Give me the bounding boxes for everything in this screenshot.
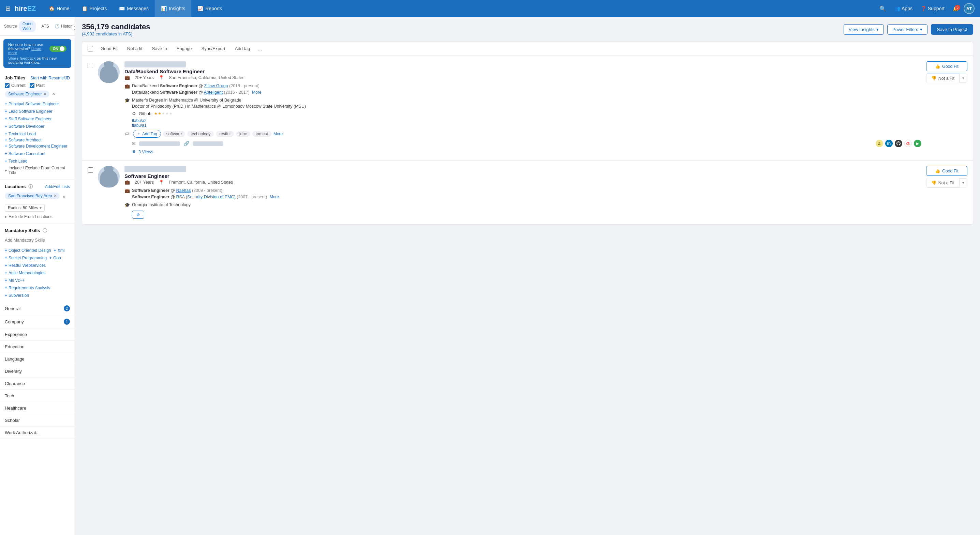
power-filters-button[interactable]: Power Filters ▾ xyxy=(887,24,928,35)
share-feedback-link[interactable]: Share feedback xyxy=(8,56,36,60)
toggle-switch[interactable]: ON xyxy=(49,46,67,52)
remove-location-icon[interactable]: ✕ xyxy=(54,194,57,198)
nav-projects[interactable]: 📋 Projects xyxy=(76,0,113,17)
filter-diversity[interactable]: Diversity xyxy=(0,365,75,378)
filter-company[interactable]: Company 1 xyxy=(0,315,75,329)
suggestion-technical-lead[interactable]: Technical Lead xyxy=(5,132,36,136)
toolbar-sync-export[interactable]: Sync/Export xyxy=(199,45,228,52)
suggestion-developer[interactable]: Software Developer xyxy=(5,124,45,129)
apps-button[interactable]: 👥 Apps xyxy=(892,6,915,11)
start-resume-link[interactable]: Start with Resume/JD xyxy=(30,76,70,80)
close-tag-icon[interactable]: ✕ xyxy=(52,91,56,97)
filter-work-auth[interactable]: Work Authorizat... xyxy=(0,427,75,439)
suggestion-architect[interactable]: Software Architect xyxy=(5,138,70,143)
past-checkbox[interactable]: Past xyxy=(30,83,45,88)
search-button[interactable]: 🔍 xyxy=(877,2,889,15)
nav-messages[interactable]: ✉️ Messages xyxy=(113,0,155,17)
location-tag[interactable]: San Francisco Bay Area ✕ xyxy=(5,192,60,199)
good-fit-button-1[interactable]: 👍 Good Fit xyxy=(926,61,967,71)
suggestion-staff[interactable]: Staff Software Engineer xyxy=(5,116,52,121)
skills-row-2: Socket Programming Oop xyxy=(5,256,70,260)
skill-socket[interactable]: Socket Programming xyxy=(5,256,47,260)
add-edit-lists-link[interactable]: Add/Edit Lists xyxy=(45,184,70,189)
remove-location-x[interactable]: ✕ xyxy=(62,195,66,200)
views-row-1[interactable]: 👁 3 Views xyxy=(124,149,921,154)
include-exclude-link[interactable]: Include / Exclude From Current Title xyxy=(5,166,70,175)
work-more-link-2[interactable]: More xyxy=(270,195,279,199)
toolbar-add-tag[interactable]: Add tag xyxy=(233,45,252,52)
candidates-ats[interactable]: (4,902 candidates in ATS) xyxy=(82,31,150,37)
toolbar-engage[interactable]: Engage xyxy=(175,45,194,52)
not-fit-dropdown-2[interactable]: ▾ xyxy=(959,178,967,187)
toolbar-good-fit[interactable]: Good Fit xyxy=(99,45,120,52)
candidate-checkbox-1[interactable] xyxy=(88,63,93,68)
linkedin-icon[interactable]: in xyxy=(885,140,893,147)
link-icon[interactable]: 🔗 xyxy=(183,141,189,146)
add-tag-button-1[interactable]: ＋ Add Tag xyxy=(133,130,161,138)
filter-clearance[interactable]: Clearance xyxy=(0,378,75,390)
filter-language[interactable]: Language xyxy=(0,353,75,365)
filter-healthcare[interactable]: Healthcare xyxy=(0,402,75,414)
nav-home[interactable]: 🏠 Home xyxy=(43,0,75,17)
skill-msvc[interactable]: Ms Vc++ xyxy=(5,278,25,283)
select-all-checkbox[interactable] xyxy=(88,46,93,51)
filter-experience[interactable]: Experience xyxy=(0,329,75,341)
suggestion-tech-lead[interactable]: Tech Lead xyxy=(5,159,27,164)
skill-req-analysis[interactable]: Requirements Analysis xyxy=(5,286,50,291)
filter-education[interactable]: Education xyxy=(0,341,75,353)
radius-dropdown[interactable]: Radius: 50 Miles ▾ xyxy=(5,204,45,212)
skill-subversion[interactable]: Subversion xyxy=(5,293,29,298)
source-tab-open-web[interactable]: Open Web xyxy=(19,21,36,32)
work-more-link-1[interactable]: More xyxy=(252,90,261,95)
support-button[interactable]: ❓ Support xyxy=(918,6,947,11)
candidate-2-bottom-btn[interactable]: ⊕ xyxy=(132,211,144,219)
filter-tech[interactable]: Tech xyxy=(0,390,75,402)
active-job-title-tag[interactable]: Software Engineer ✕ xyxy=(5,90,49,97)
suggestion-dev-engineer[interactable]: Software Development Engineer xyxy=(5,144,70,149)
messages-icon: ✉️ xyxy=(119,6,125,11)
zealous-icon[interactable]: Z xyxy=(876,140,883,147)
github-icon: ⚙ xyxy=(132,111,136,116)
filter-scholar[interactable]: Scholar xyxy=(0,414,75,427)
candidate-title-2[interactable]: Software Engineer xyxy=(124,173,921,179)
nav-reports[interactable]: 📈 Reports xyxy=(191,0,228,17)
skill-oop[interactable]: Oop xyxy=(49,256,61,260)
google-icon[interactable]: G xyxy=(904,140,912,147)
candidate-checkbox-2[interactable] xyxy=(88,167,93,173)
mandatory-skills-input[interactable] xyxy=(5,237,70,244)
not-fit-button-1[interactable]: 👎 Not a Fit xyxy=(926,73,959,83)
tags-more-link[interactable]: More xyxy=(274,132,283,136)
not-fit-button-2[interactable]: 👎 Not a Fit xyxy=(926,178,959,188)
toolbar-not-fit[interactable]: Not a fit xyxy=(125,45,145,52)
chevron-down-icon: ▾ xyxy=(920,27,923,32)
current-checkbox[interactable]: Current xyxy=(5,83,25,88)
good-fit-button-2[interactable]: 👍 Good Fit xyxy=(926,166,967,176)
filter-general[interactable]: General 2 xyxy=(0,302,75,315)
user-avatar[interactable]: AT xyxy=(964,3,975,14)
github-social-icon[interactable] xyxy=(895,140,902,147)
toolbar-more[interactable]: ... xyxy=(258,46,262,52)
suggestion-lead[interactable]: Lead Software Engineer xyxy=(5,109,52,114)
remove-tag-icon[interactable]: ✕ xyxy=(43,92,47,97)
save-to-project-button[interactable]: Save to Project xyxy=(931,24,973,35)
tags-row-1: 🏷 ＋ Add Tag software technology restful … xyxy=(124,130,921,138)
notifications-button[interactable]: 🔔 5 xyxy=(950,6,961,11)
suggestion-principal[interactable]: Principal Software Engineer xyxy=(5,102,70,106)
skill-agile[interactable]: Agile Methodologies xyxy=(5,271,45,275)
candidate-title-1[interactable]: Data/Backend Software Engineer xyxy=(124,68,921,74)
view-insights-button[interactable]: View Insights ▾ xyxy=(843,24,884,35)
source-tab-ats[interactable]: ATS xyxy=(38,23,52,30)
skill-restful[interactable]: Restful Webservices xyxy=(5,263,46,268)
skill-ood[interactable]: Object Oriented Design xyxy=(5,248,51,253)
grid-icon[interactable]: ⊞ xyxy=(5,5,11,12)
glassdoor-icon[interactable]: ▶ xyxy=(914,140,921,147)
nav-insights[interactable]: 📊 Insights xyxy=(155,0,191,17)
not-fit-dropdown-1[interactable]: ▾ xyxy=(959,74,967,83)
history-button[interactable]: 🕐 History xyxy=(54,24,74,29)
suggestion-consultant[interactable]: Software Consultant xyxy=(5,151,45,156)
repo-1[interactable]: tlabu/a2 xyxy=(132,118,921,123)
exclude-locations-link[interactable]: Exclude From Locations xyxy=(5,214,70,219)
repo-2[interactable]: tlabu/a1 xyxy=(132,123,921,128)
toolbar-save-to[interactable]: Save to xyxy=(150,45,169,52)
skill-xml[interactable]: Xml xyxy=(54,248,65,253)
